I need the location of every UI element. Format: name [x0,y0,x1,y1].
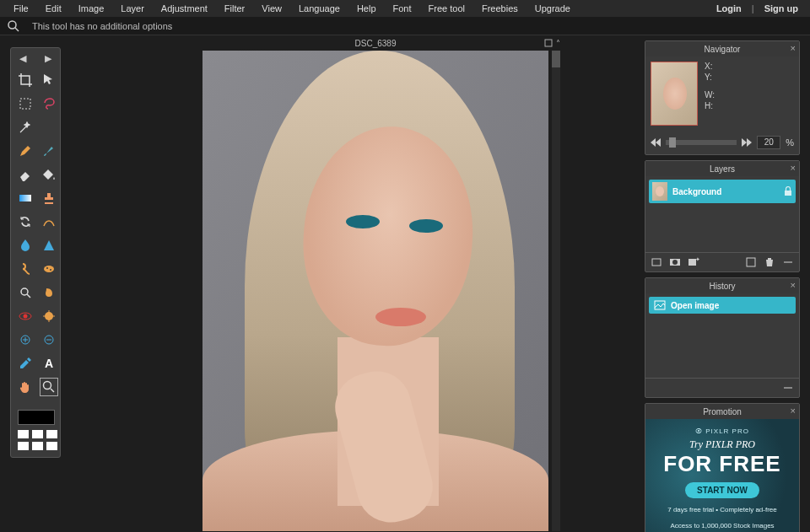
lasso-tool[interactable] [40,94,58,113]
zoom-icon [7,19,20,33]
gradient-tool[interactable] [16,189,35,207]
zoom-in-icon[interactable] [742,138,752,147]
picker-tool[interactable] [16,354,35,373]
marquee-tool[interactable] [16,94,35,113]
layer-mask-icon[interactable] [669,256,681,268]
menu-item-font[interactable]: Font [385,1,420,16]
window-maximize-icon[interactable] [544,39,553,48]
svg-rect-4 [19,195,31,202]
layers-title: Layers [710,164,735,174]
type-tool[interactable]: A [40,354,58,373]
swatch-cell[interactable] [46,430,57,438]
promotion-banner[interactable]: ⦿ PIXLR PRO Try PIXLR PRO FOR FREE START… [645,419,799,532]
replace-tool[interactable] [16,212,35,231]
svg-rect-30 [784,387,792,389]
history-body: Open image [645,293,799,378]
brush-tool[interactable] [40,142,58,160]
swatch-cell[interactable] [18,442,29,450]
tool-nav-right-icon[interactable]: ▶ [45,53,51,64]
bloat-tool[interactable] [16,330,35,349]
new-layer-icon[interactable] [745,256,757,268]
close-icon[interactable]: × [791,280,796,290]
swatch-cell[interactable] [32,430,43,438]
layer-name: Background [672,187,721,196]
pencil-tool[interactable] [16,142,35,160]
window-collapse-icon[interactable]: ˄ [556,39,560,48]
nav-w-label: W: [705,90,715,99]
pinch-tool[interactable] [40,330,58,349]
layer-visibility-icon[interactable] [651,256,662,268]
menu-item-upgrade[interactable]: Upgrade [526,1,579,16]
svg-point-7 [50,269,51,271]
menu-item-language[interactable]: Language [290,1,348,16]
start-now-button[interactable]: START NOW [685,482,759,498]
navigator-thumbnail[interactable] [651,62,698,126]
svg-point-6 [46,267,48,269]
wand-tool[interactable] [16,118,35,137]
menu-item-help[interactable]: Help [348,1,385,16]
smudge-tool[interactable] [16,260,35,278]
layers-panel: Layers × Background ✦ [645,160,800,272]
layer-styles-icon[interactable]: ✦ [688,256,699,268]
svg-point-12 [45,312,53,320]
clone-tool[interactable] [40,189,58,207]
zoom-out-icon[interactable] [651,138,661,147]
close-icon[interactable]: × [791,43,796,53]
close-icon[interactable]: × [791,163,796,173]
move-tool[interactable] [40,71,58,89]
foreground-color-swatch[interactable] [18,410,55,425]
eraser-tool[interactable] [16,165,35,184]
menu-item-image[interactable]: Image [70,1,113,16]
zoom-slider-thumb[interactable] [669,137,676,148]
draw-tool[interactable] [40,212,58,231]
close-icon[interactable]: × [791,406,796,416]
dodge-tool[interactable] [16,283,35,302]
layers-panel-header: Layers × [645,161,799,176]
sponge-tool[interactable] [40,260,58,278]
canvas-scrollbar-vertical[interactable] [552,51,560,531]
menu-item-view[interactable]: View [253,1,290,16]
crop-tool[interactable] [16,71,35,89]
swatch-grid [18,430,53,450]
scrollbar-thumb[interactable] [552,51,560,67]
zoom-tool[interactable] [40,378,58,396]
menu-item-free-tool[interactable]: Free tool [420,1,473,16]
menu-item-adjustment[interactable]: Adjustment [153,1,216,16]
layers-body: Background [645,176,799,252]
menu-item-filter[interactable]: Filter [216,1,253,16]
menu-item-edit[interactable]: Edit [37,1,70,16]
history-settings-icon[interactable] [782,382,794,394]
login-link[interactable]: Login [710,1,748,16]
delete-layer-icon[interactable] [764,256,775,268]
swatch-cell[interactable] [32,442,43,450]
signup-link[interactable]: Sign up [758,1,805,16]
navigator-title: Navigator [705,45,741,54]
history-row[interactable]: Open image [649,297,796,314]
menu-item-freebies[interactable]: Freebies [473,1,526,16]
hand-tool[interactable] [16,378,35,396]
svg-text:✦: ✦ [695,256,699,262]
spot-tool[interactable] [40,307,58,325]
canvas-image [202,51,548,531]
sharpen-tool[interactable] [40,236,58,255]
layer-thumbnail [652,182,667,201]
layer-settings-icon[interactable] [782,256,794,268]
tool-nav-left-icon[interactable]: ◀ [19,53,26,64]
zoom-slider[interactable] [666,140,737,145]
svg-rect-27 [747,258,755,266]
auth-separator: | [752,1,754,16]
burn-tool[interactable] [40,283,58,302]
menu-item-layer[interactable]: Layer [112,1,153,16]
layer-row[interactable]: Background [649,180,796,203]
swatch-cell[interactable] [46,442,57,450]
redeye-tool[interactable] [16,307,35,325]
navigator-body: X: Y: W: H: [645,56,799,131]
swatch-cell[interactable] [18,430,29,438]
svg-point-11 [24,314,28,319]
canvas-viewport[interactable] [202,51,548,531]
blur-tool[interactable] [16,236,35,255]
bucket-tool[interactable] [40,165,58,184]
menu-item-file[interactable]: File [5,1,37,16]
nav-y-label: Y: [705,73,715,82]
zoom-value-input[interactable]: 20 [757,136,780,149]
